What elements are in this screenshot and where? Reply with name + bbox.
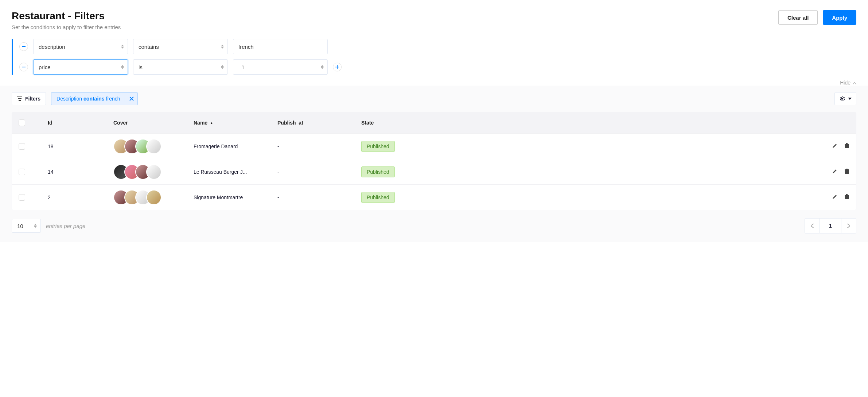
column-id[interactable]: Id	[48, 120, 113, 126]
filter-builder: description contains french	[12, 39, 856, 75]
pencil-icon	[832, 143, 838, 149]
page-title: Restaurant - Filters	[12, 10, 121, 22]
select-caret-icon	[221, 45, 224, 49]
filters-button[interactable]: Filters	[12, 92, 46, 105]
cell-name: Signature Montmartre	[194, 194, 277, 200]
edit-row-button[interactable]	[832, 168, 838, 175]
cell-id: 18	[48, 144, 113, 149]
filter-operator-select[interactable]: contains	[133, 39, 228, 54]
clear-all-button[interactable]: Clear all	[778, 10, 818, 25]
select-caret-icon	[221, 65, 224, 69]
trash-icon	[844, 194, 849, 200]
minus-icon	[22, 67, 26, 67]
prev-page-button[interactable]	[805, 218, 820, 233]
results-toolbar: Filters Description contains french	[12, 92, 856, 105]
sort-asc-icon: ▲	[210, 121, 213, 125]
svg-rect-2	[17, 97, 22, 97]
filter-value-input[interactable]: french	[233, 39, 328, 54]
page-subtitle: Set the conditions to apply to filter th…	[12, 24, 121, 30]
cell-id: 2	[48, 194, 113, 200]
filter-value-text: _1	[238, 64, 245, 70]
cell-name: Fromagerie Danard	[194, 144, 277, 149]
row-checkbox[interactable]	[19, 169, 25, 175]
remove-filter-button[interactable]	[19, 42, 28, 51]
table-row[interactable]: 14 Le Ruisseau Burger J... - Published	[12, 159, 856, 184]
edit-row-button[interactable]	[832, 194, 838, 201]
select-caret-icon	[321, 65, 324, 69]
cell-cover	[113, 164, 194, 180]
column-name[interactable]: Name ▲	[194, 120, 277, 126]
close-icon	[129, 97, 134, 101]
trash-icon	[844, 143, 849, 149]
gear-icon	[839, 96, 845, 102]
chip-operator: contains	[83, 96, 105, 102]
cover-thumbnail	[146, 190, 161, 205]
table-row[interactable]: 18 Fromagerie Danard - Published	[12, 133, 856, 159]
plus-icon	[335, 65, 339, 69]
next-page-button[interactable]	[841, 218, 856, 233]
chip-separator	[125, 95, 125, 102]
filter-operator-value: contains	[139, 44, 159, 50]
chevron-up-icon	[853, 80, 856, 86]
filter-field-value: description	[39, 44, 65, 50]
select-caret-icon	[121, 45, 124, 49]
cell-cover	[113, 190, 194, 205]
svg-rect-0	[22, 46, 26, 47]
cell-cover	[113, 139, 194, 154]
pencil-icon	[832, 168, 838, 174]
delete-row-button[interactable]	[844, 194, 849, 201]
select-all-checkbox[interactable]	[19, 119, 25, 126]
table-header: Id Cover Name ▲ Publish_at State	[12, 112, 856, 133]
minus-icon	[22, 46, 26, 47]
cell-publish-at: -	[277, 144, 361, 149]
filters-button-label: Filters	[25, 96, 40, 102]
page-header: Restaurant - Filters Set the conditions …	[12, 10, 856, 30]
chip-remove-button[interactable]	[129, 97, 134, 101]
results-table: Id Cover Name ▲ Publish_at State 18	[12, 112, 856, 210]
filter-field-select[interactable]: price	[33, 59, 128, 75]
row-checkbox[interactable]	[19, 194, 25, 201]
column-cover[interactable]: Cover	[113, 120, 194, 126]
column-state[interactable]: State	[361, 120, 806, 126]
per-page-label: entries per page	[46, 223, 85, 229]
remove-filter-button[interactable]	[19, 63, 28, 71]
filter-operator-select[interactable]: is	[133, 59, 228, 75]
svg-rect-3	[18, 98, 22, 99]
table-footer: 10 entries per page 1	[12, 218, 856, 233]
cell-id: 14	[48, 169, 113, 175]
add-filter-button[interactable]	[333, 63, 342, 71]
filter-row: price is _1	[19, 59, 856, 75]
filter-field-value: price	[39, 64, 51, 70]
page-number[interactable]: 1	[820, 218, 841, 233]
delete-row-button[interactable]	[844, 143, 849, 150]
cell-name: Le Ruisseau Burger J...	[194, 169, 277, 175]
per-page-select[interactable]: 10	[12, 219, 41, 233]
filter-value-select[interactable]: _1	[233, 59, 328, 75]
chip-value: french	[106, 96, 120, 102]
per-page-value: 10	[17, 223, 23, 229]
column-name-label: Name	[194, 120, 207, 126]
select-caret-icon	[121, 65, 124, 69]
select-caret-icon	[34, 224, 37, 228]
chevron-down-icon	[848, 98, 852, 100]
cell-publish-at: -	[277, 194, 361, 200]
state-badge: Published	[361, 141, 395, 152]
column-publish-at[interactable]: Publish_at	[277, 120, 361, 126]
filter-icon	[17, 97, 22, 101]
pagination: 1	[805, 218, 856, 233]
edit-row-button[interactable]	[832, 143, 838, 150]
pencil-icon	[832, 194, 838, 200]
filter-field-select[interactable]: description	[33, 39, 128, 54]
delete-row-button[interactable]	[844, 168, 849, 175]
cover-thumbnail	[146, 164, 161, 180]
state-badge: Published	[361, 192, 395, 203]
state-badge: Published	[361, 166, 395, 177]
row-checkbox[interactable]	[19, 143, 25, 150]
active-filter-chip: Description contains french	[51, 92, 138, 105]
hide-label: Hide	[840, 80, 851, 86]
chevron-right-icon	[847, 224, 850, 228]
table-row[interactable]: 2 Signature Montmartre - Published	[12, 184, 856, 210]
table-settings-button[interactable]	[834, 92, 856, 105]
apply-button[interactable]: Apply	[823, 10, 856, 25]
hide-filters-toggle[interactable]: Hide	[12, 80, 856, 86]
